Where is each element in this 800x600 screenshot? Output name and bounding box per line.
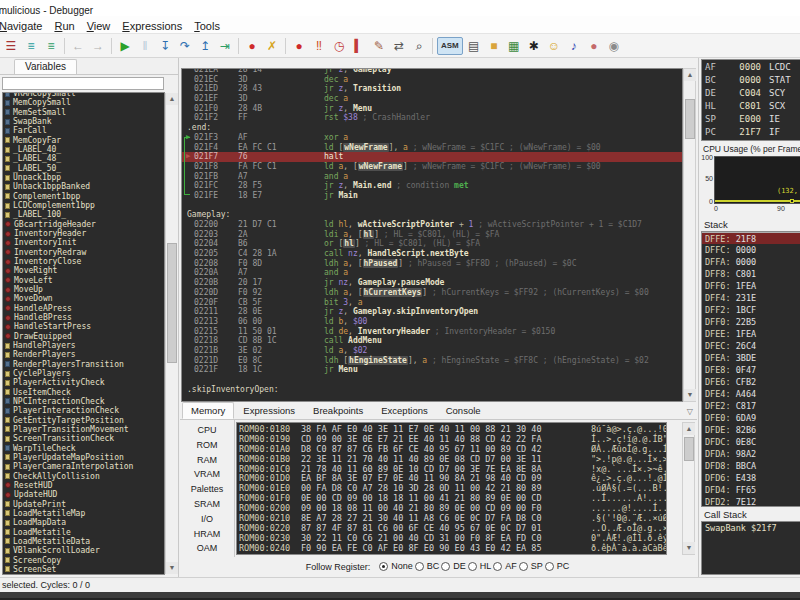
scroll-up-icon[interactable]: ▲: [166, 93, 178, 105]
asm-line[interactable]: 02205C4 28 1Acall nz, HandleScript.nextB…: [182, 249, 682, 259]
tab-memory[interactable]: Memory: [182, 402, 234, 419]
stack-entry[interactable]: DFDE: 82B6: [702, 424, 800, 436]
variable-item[interactable]: ResetHUD: [3, 481, 164, 490]
register-row[interactable]: HLC801SCX: [705, 100, 800, 113]
stack-entry[interactable]: DFFE: 21F8: [702, 232, 800, 244]
menu-navigate[interactable]: Navigate: [0, 16, 48, 34]
stack-entry[interactable]: DFE2: C817: [702, 400, 800, 412]
memory-region-hram[interactable]: HRAM: [180, 527, 234, 542]
variable-item[interactable]: MoveDown: [3, 294, 164, 303]
search-icon[interactable]: ⌕: [409, 36, 429, 56]
variable-item[interactable]: UseItemCheck: [3, 388, 164, 397]
memory-scrollbar[interactable]: ▲ ▼: [682, 422, 695, 555]
variable-item[interactable]: InventoryRedraw: [3, 248, 164, 257]
scroll-up-icon[interactable]: ▲: [684, 69, 696, 81]
rewind-icon[interactable]: ⇄: [389, 36, 409, 56]
step-into-icon[interactable]: ↧: [155, 36, 175, 56]
disassembly-view[interactable]: 021EA28 14jr z, Gameplay021EC3Ddec a021E…: [181, 68, 683, 402]
scroll-down-icon[interactable]: ▼: [166, 562, 178, 574]
asm-toggle-button[interactable]: ASM: [437, 37, 463, 55]
asm-line[interactable]: 021FE18 E7jr Main: [182, 191, 682, 201]
variable-item[interactable]: Complement1bpp: [3, 192, 164, 201]
stack-entry[interactable]: DFEC: 26C4: [702, 340, 800, 352]
asm-line[interactable]: 0220AA7and a: [182, 268, 682, 278]
forward-icon[interactable]: →: [88, 36, 108, 56]
asm-line[interactable]: 021ED28 43jr z, Transition: [182, 84, 682, 94]
stack-entry[interactable]: DFEA: 3BDE: [702, 352, 800, 364]
asm-line[interactable]: 021FBA7and a: [182, 172, 682, 182]
follow-register-bc[interactable]: BC: [415, 561, 440, 571]
remove-breakpoints-icon[interactable]: ✗: [262, 36, 282, 56]
variable-item[interactable]: MoveLeft: [3, 276, 164, 285]
asm-line[interactable]: 021F8FA FC C1ld a, [wNewFrame] ; wNewFra…: [182, 162, 682, 172]
tilemap-viewer-icon[interactable]: ▦: [504, 36, 524, 56]
asm-label-line[interactable]: .skipInventoryOpen:: [182, 385, 682, 395]
asm-line[interactable]: 0220DF0 92ldh a, [hCurrentKeys] ; hCurre…: [182, 288, 682, 298]
resume-icon[interactable]: ▶: [115, 36, 135, 56]
variable-item[interactable]: UpdateHUD: [3, 490, 164, 499]
stack-entry[interactable]: DFD2: 7E12: [702, 496, 800, 507]
menu-expressions[interactable]: Expressions: [116, 16, 188, 34]
tab-variables[interactable]: Variables: [14, 59, 77, 74]
hex-row[interactable]: ROM00:0240F0 90 EA FE C0 AF E0 8F E0 90 …: [239, 544, 666, 554]
variable-item[interactable]: Unback1bppBanked: [3, 182, 164, 191]
memory-region-rom[interactable]: ROM: [180, 438, 234, 453]
variable-item[interactable]: LoadMetatileData: [3, 537, 164, 546]
variable-item[interactable]: PlayerCameraInterpolation: [3, 462, 164, 471]
record-icon[interactable]: ●: [289, 36, 309, 56]
variable-item[interactable]: MemCopyFar: [3, 136, 164, 145]
memory-region-ram[interactable]: RAM: [180, 453, 234, 468]
asm-line[interactable]: ▶021F3AFxor a: [182, 133, 682, 143]
variable-item[interactable]: PlayerInteractionCheck: [3, 406, 164, 415]
menu-run[interactable]: Run: [48, 16, 80, 34]
registers-view[interactable]: AF0000LCDCBC0000STATDEC004SCYHLC801SCXSP…: [701, 59, 800, 141]
variable-item[interactable]: ScreenTransitionCheck: [3, 434, 164, 443]
asm-line[interactable]: 0221128 0Ejr z, Gameplay.skipInventoryOp…: [182, 307, 682, 317]
variable-item[interactable]: ScreenCopy: [3, 555, 164, 564]
register-row[interactable]: BC0000STAT: [705, 74, 800, 87]
stack-entry[interactable]: DFF2: 1BCF: [702, 304, 800, 316]
asm-line[interactable]: 021F2FFrst $38 ; CrashHandler: [182, 113, 682, 123]
memory-region-io[interactable]: I/O: [180, 512, 234, 527]
memory-region-palettes[interactable]: Palettes: [180, 482, 234, 497]
stack-entry[interactable]: DFFA: 0000: [702, 256, 800, 268]
variable-item[interactable]: HandlePlayers: [3, 341, 164, 350]
asm-line[interactable]: ▶021F776halt: [182, 152, 682, 162]
stack-entry[interactable]: DFE4: A464: [702, 388, 800, 400]
register-row[interactable]: DEC004SCY: [705, 87, 800, 100]
follow-register-pc[interactable]: PC: [545, 561, 570, 571]
stopwatch-icon[interactable]: ◷: [329, 36, 349, 56]
variable-item[interactable]: HandleAPress: [3, 304, 164, 313]
stack-entry[interactable]: DFD4: FF65: [702, 484, 800, 496]
tab-console[interactable]: Console: [437, 402, 490, 419]
variable-item[interactable]: LoadMetatileMap: [3, 509, 164, 518]
edit-icon[interactable]: ✎: [369, 36, 389, 56]
scroll-up-icon[interactable]: ▲: [683, 423, 695, 435]
stack-entry[interactable]: DFFC: 0000: [702, 244, 800, 256]
panel-menu-icon[interactable]: ▽: [687, 407, 693, 416]
memory-region-oam[interactable]: OAM: [180, 541, 234, 556]
asm-line[interactable]: 02204B6or [hl] ; HL = $C801, (HL) = $FA: [182, 239, 682, 249]
follow-register-de[interactable]: DE: [441, 561, 466, 571]
memory-hex-view[interactable]: ROM00:018038 FA AF E0 40 3E 11 E7 0E 40 …: [236, 422, 667, 555]
variable-item[interactable]: UpdatePrint: [3, 499, 164, 508]
asm-line[interactable]: 0221306 00ld b, $00: [182, 317, 682, 327]
stack-entry[interactable]: DFE6: CFB2: [702, 376, 800, 388]
asm-line[interactable]: 02208F0 8Dldh a, [hPaused] ; hPaused = $…: [182, 259, 682, 269]
asm-line[interactable]: 021FC28 F5jr z, Main.end ; condition met: [182, 181, 682, 191]
audio-icon[interactable]: ♪: [564, 36, 584, 56]
asm-line[interactable]: 021EA28 14jr z, Gameplay: [182, 68, 682, 75]
variable-item[interactable]: MemSetSmall: [3, 108, 164, 117]
follow-register-sp[interactable]: SP: [519, 561, 543, 571]
variable-item[interactable]: DrawEquipped: [3, 332, 164, 341]
stack-entry[interactable]: DFE8: 0F47: [702, 364, 800, 376]
keyboard-icon[interactable]: ▤: [464, 36, 484, 56]
memory-region-vram[interactable]: VRAM: [180, 467, 234, 482]
asm-line[interactable]: 02218CD 8B 1Ccall AddMenu: [182, 336, 682, 346]
variable-item[interactable]: MoveUp: [3, 285, 164, 294]
asm-line[interactable]: 0220021 D7 C1ld hl, wActiveScriptPointer…: [182, 220, 682, 230]
variable-item[interactable]: SwapBank: [3, 117, 164, 126]
asm-line[interactable]: 0220B20 17jr nz, Gameplay.pauseMode: [182, 278, 682, 288]
memory-region-sram[interactable]: SRAM: [180, 497, 234, 512]
asm-line[interactable]: 021EF3Ddec a: [182, 94, 682, 104]
